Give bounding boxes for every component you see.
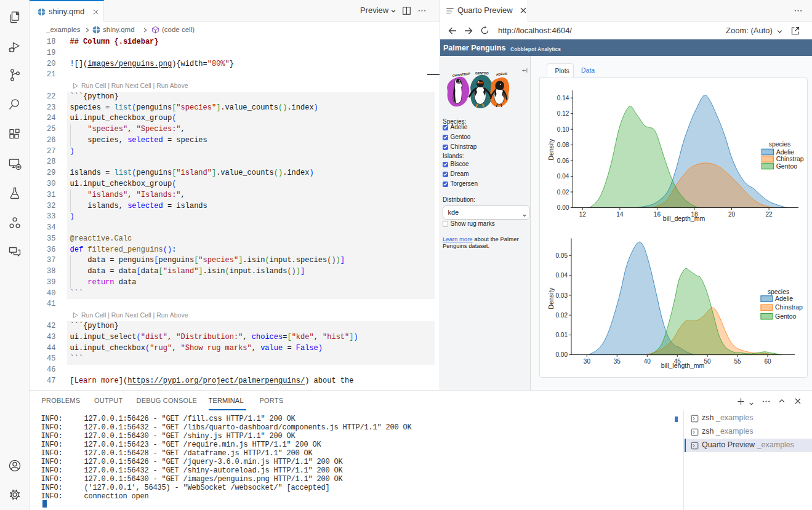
svg-text:0.06: 0.06: [557, 157, 569, 164]
svg-text:16: 16: [654, 211, 661, 218]
svg-text:0.04: 0.04: [557, 173, 569, 180]
svg-text:ADELIE: ADELIE: [496, 71, 508, 76]
svg-text:0.12: 0.12: [557, 110, 569, 117]
svg-text:0.00: 0.00: [556, 351, 568, 358]
svg-text:Gentoo: Gentoo: [775, 313, 797, 320]
svg-text:0.05: 0.05: [556, 252, 568, 259]
svg-text:Density: Density: [547, 287, 555, 309]
svg-text:Chinstrap: Chinstrap: [775, 303, 803, 311]
svg-text:0.04: 0.04: [556, 272, 568, 279]
svg-text:40: 40: [644, 358, 651, 365]
svg-text:Adelie: Adelie: [776, 148, 794, 156]
svg-text:12: 12: [579, 211, 587, 218]
svg-text:bill_length_mm: bill_length_mm: [661, 362, 705, 369]
svg-text:Gentoo: Gentoo: [776, 162, 798, 170]
svg-text:50: 50: [704, 358, 712, 365]
svg-text:35: 35: [614, 358, 621, 365]
svg-text:0.01: 0.01: [556, 332, 568, 338]
svg-text:22: 22: [766, 211, 773, 218]
svg-text:30: 30: [584, 358, 591, 365]
svg-text:GENTOO: GENTOO: [475, 71, 489, 75]
svg-text:CHINSTRAP: CHINSTRAP: [452, 71, 470, 78]
svg-text:0.14: 0.14: [557, 95, 569, 102]
svg-text:0.08: 0.08: [557, 141, 569, 148]
svg-text:20: 20: [728, 211, 736, 218]
svg-text:bill_depth_mm: bill_depth_mm: [663, 215, 705, 222]
svg-text:species: species: [769, 140, 791, 148]
svg-text:0.03: 0.03: [556, 292, 568, 299]
svg-text:Density: Density: [547, 138, 555, 161]
svg-text:0.10: 0.10: [557, 126, 569, 133]
svg-text:Chinstrap: Chinstrap: [776, 155, 804, 162]
svg-text:60: 60: [764, 358, 771, 365]
svg-text:14: 14: [616, 211, 624, 218]
svg-text:0.02: 0.02: [556, 312, 568, 319]
svg-text:55: 55: [734, 358, 741, 365]
svg-text:Adelie: Adelie: [775, 295, 793, 302]
svg-text:0.00: 0.00: [557, 204, 569, 211]
svg-text:0.02: 0.02: [557, 189, 569, 196]
